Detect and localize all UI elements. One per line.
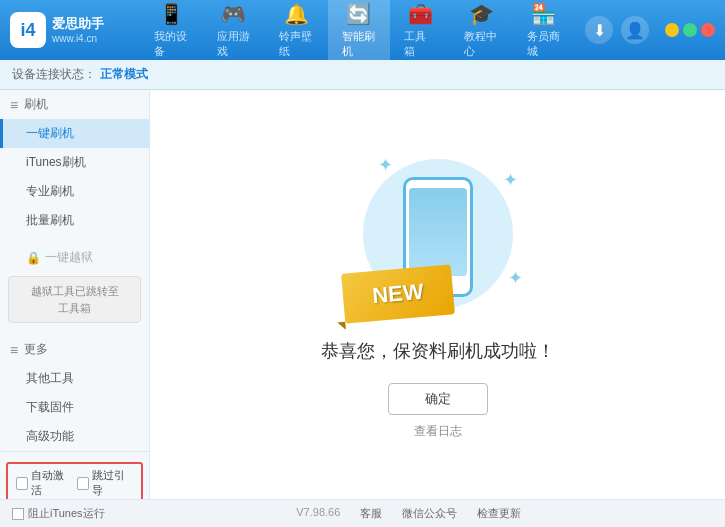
sparkle-1-icon: ✦ — [378, 154, 393, 176]
sidebar-item-batch-flash[interactable]: 批量刷机 — [0, 206, 149, 235]
user-btn[interactable]: 👤 — [621, 16, 649, 44]
logo-icon: i4 — [10, 12, 46, 48]
sparkle-2-icon: ✦ — [503, 169, 518, 191]
status-bar: 设备连接状态： 正常模式 — [0, 60, 725, 90]
nav-smart-flash[interactable]: 🔄 智能刷机 — [328, 0, 391, 60]
main-content: NEW ✦ ✦ ✦ 恭喜您，保资料刷机成功啦！ 确定 查看日志 — [150, 90, 725, 499]
itunes-checkbox[interactable] — [12, 508, 24, 520]
success-illustration: NEW ✦ ✦ ✦ — [348, 149, 528, 339]
version-text: V7.98.66 — [296, 506, 340, 521]
status-value: 正常模式 — [100, 66, 148, 83]
sidebar-bottom: 自动激活 跳过引导 📱 iPhone 15 Pro Max 512GB iPho… — [0, 451, 149, 499]
tutorial-icon: 🎓 — [469, 2, 494, 26]
logo-area: i4 爱思助手 www.i4.cn — [10, 12, 140, 48]
win-max-btn[interactable] — [683, 23, 697, 37]
disabled-notice: 越狱工具已跳转至工具箱 — [8, 276, 141, 323]
nav-my-device[interactable]: 📱 我的设备 — [140, 0, 203, 60]
sparkle-3-icon: ✦ — [508, 267, 523, 289]
confirm-button[interactable]: 确定 — [388, 383, 488, 415]
wechat-link[interactable]: 微信公众号 — [402, 506, 457, 521]
app-name: 爱思助手 — [52, 16, 104, 33]
app-game-icon: 🎮 — [221, 2, 246, 26]
more-section-icon: ≡ — [10, 342, 18, 358]
toolbox-icon: 🧰 — [408, 2, 433, 26]
nav-tabs: 📱 我的设备 🎮 应用游戏 🔔 铃声壁纸 🔄 智能刷机 🧰 工具箱 🎓 教程中心… — [140, 0, 575, 60]
win-controls — [665, 23, 715, 37]
main-layout: ≡ 刷机 一键刷机 iTunes刷机 专业刷机 批量刷机 🔒 一键越狱 越狱工具… — [0, 90, 725, 499]
auto-activate-checkbox[interactable]: 自动激活 — [16, 468, 73, 498]
more-section-header: ≡ 更多 — [0, 335, 149, 364]
phone-screen — [409, 188, 467, 276]
flash-section-header: ≡ 刷机 — [0, 90, 149, 119]
nav-merchant[interactable]: 🏪 务员商城 — [513, 0, 576, 60]
new-ribbon: NEW — [341, 264, 455, 323]
flash-section-icon: ≡ — [10, 97, 18, 113]
header-right: ⬇ 👤 — [585, 16, 715, 44]
view-log-link[interactable]: 查看日志 — [414, 423, 462, 440]
sidebar-disabled-jailbreak: 🔒 一键越狱 — [0, 243, 149, 272]
footer: 阻止iTunes运行 V7.98.66 客服 微信公众号 检查更新 — [0, 499, 725, 527]
sidebar-item-download-firmware[interactable]: 下载固件 — [0, 393, 149, 422]
footer-left: 阻止iTunes运行 — [12, 506, 105, 521]
sidebar-item-advanced[interactable]: 高级功能 — [0, 422, 149, 451]
success-text: 恭喜您，保资料刷机成功啦！ — [321, 339, 555, 363]
status-label: 设备连接状态： — [12, 66, 96, 83]
sidebar-item-one-key-flash[interactable]: 一键刷机 — [0, 119, 149, 148]
footer-center: V7.98.66 客服 微信公众号 检查更新 — [105, 506, 713, 521]
app-url: www.i4.cn — [52, 33, 104, 44]
auto-activate-row: 自动激活 跳过引导 — [6, 462, 143, 499]
sidebar: ≡ 刷机 一键刷机 iTunes刷机 专业刷机 批量刷机 🔒 一键越狱 越狱工具… — [0, 90, 150, 499]
time-activate-check[interactable] — [77, 477, 89, 490]
nav-toolbox[interactable]: 🧰 工具箱 — [390, 0, 450, 60]
auto-activate-check[interactable] — [16, 477, 28, 490]
check-update-link[interactable]: 检查更新 — [477, 506, 521, 521]
itunes-label: 阻止iTunes运行 — [28, 506, 105, 521]
sidebar-item-pro-flash[interactable]: 专业刷机 — [0, 177, 149, 206]
time-activate-checkbox[interactable]: 跳过引导 — [77, 468, 134, 498]
my-device-icon: 📱 — [159, 2, 184, 26]
app-header: i4 爱思助手 www.i4.cn 📱 我的设备 🎮 应用游戏 🔔 铃声壁纸 🔄… — [0, 0, 725, 60]
merchant-icon: 🏪 — [531, 2, 556, 26]
win-close-btn[interactable] — [701, 23, 715, 37]
nav-tutorial[interactable]: 🎓 教程中心 — [450, 0, 513, 60]
smart-flash-icon: 🔄 — [346, 2, 371, 26]
sidebar-item-itunes-flash[interactable]: iTunes刷机 — [0, 148, 149, 177]
win-min-btn[interactable] — [665, 23, 679, 37]
sidebar-item-other-tools[interactable]: 其他工具 — [0, 364, 149, 393]
download-btn[interactable]: ⬇ — [585, 16, 613, 44]
ringtone-icon: 🔔 — [284, 2, 309, 26]
support-link[interactable]: 客服 — [360, 506, 382, 521]
nav-ringtone[interactable]: 🔔 铃声壁纸 — [265, 0, 328, 60]
nav-app-game[interactable]: 🎮 应用游戏 — [203, 0, 266, 60]
